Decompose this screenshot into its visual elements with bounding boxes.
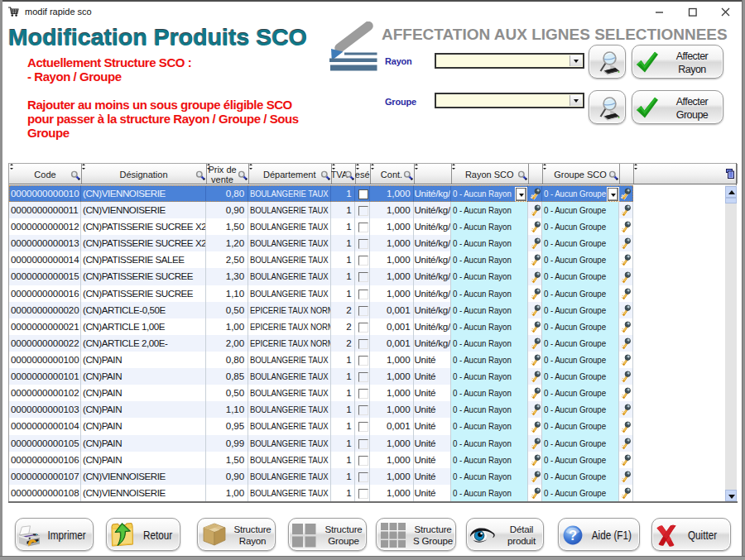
svg-text:?: ? [569, 528, 577, 543]
